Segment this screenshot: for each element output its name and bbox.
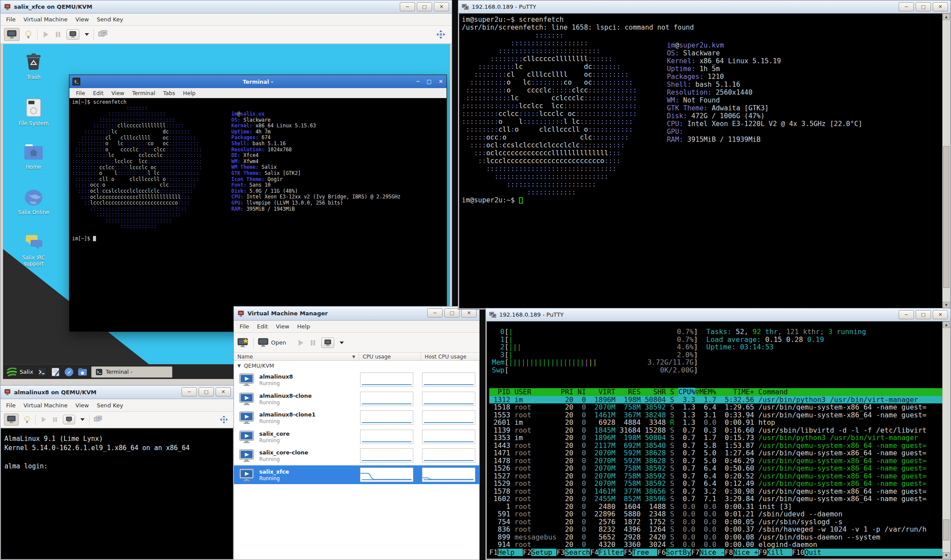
details-lightbulb-button[interactable] <box>24 30 33 39</box>
htop-process-row[interactable]: 591 root 20 0 22896 5880 2348 S 0.0 0.0 … <box>489 510 942 518</box>
desktop-icon-home[interactable]: Home <box>13 143 55 170</box>
window-virtual-machine-manager[interactable]: Virtual Machine Manager ─ □ ✕ File Edit … <box>233 306 480 560</box>
menu-file[interactable]: File <box>236 321 253 331</box>
terminal-titlebar[interactable]: $_ Terminal - ─ □ ✕ <box>69 75 446 88</box>
htop-process-row[interactable]: 1518 root 20 0 2070M 758M 38592 S 1.3 6.… <box>489 403 942 411</box>
shutdown-button[interactable] <box>63 415 75 424</box>
window-almalinux8[interactable]: almalinux8 on QEMU/KVM ─ □ ✕ File Virtua… <box>0 385 234 560</box>
maximize-button[interactable]: □ <box>916 310 931 319</box>
window-putty-screenfetch[interactable]: 192.168.0.189 - PuTTY ─ □ ✕ im@super2u:~… <box>458 0 951 310</box>
desktop-icon-salix-online[interactable]: Salix Online <box>13 189 55 215</box>
menu-view[interactable]: View <box>272 321 293 331</box>
fkey-label[interactable]: Setup <box>531 549 556 557</box>
alma-titlebar[interactable]: almalinux8 on QEMU/KVM ─ □ ✕ <box>0 386 233 399</box>
move-arrows-icon[interactable] <box>436 30 446 39</box>
htop-table-header[interactable]: PID USER PRI NI VIRT RES SHR S CPU%▽MEM%… <box>489 388 942 396</box>
fkey-label[interactable]: Kill <box>767 549 792 557</box>
htop-process-row[interactable]: 754 root 20 0 2576 1872 1752 S 0.0 0.0 0… <box>489 518 942 526</box>
fkey-key[interactable]: F4 <box>590 549 598 557</box>
fkey-key[interactable]: F3 <box>556 549 565 557</box>
menu-send-key[interactable]: Send Key <box>93 400 127 410</box>
scroll-up-icon[interactable]: ▲ <box>943 321 950 328</box>
htop-process-row[interactable]: 1527 root 20 0 2070M 758M 38592 S 0.7 6.… <box>489 472 942 480</box>
menu-help[interactable]: Help <box>293 321 314 331</box>
htop-process-row[interactable]: 1139 root 20 0 1845M 31684 15288 S 0.7 0… <box>489 427 942 434</box>
htop-process-row[interactable]: 899 messagebus 20 0 5652 2928 2420 S 0.0… <box>489 533 942 541</box>
console-view-button[interactable] <box>4 28 20 41</box>
fkey-label[interactable]: Nice + <box>733 549 759 557</box>
window-putty-htop[interactable]: 192.168.0.189 - PuTTY ─ □ ✕ 0[| 0.7%] Ta… <box>485 308 951 560</box>
menu-file[interactable]: File <box>2 400 20 410</box>
pause-button[interactable] <box>309 339 317 347</box>
menu-view[interactable]: View <box>72 400 93 410</box>
vm-group-qemu-kvm[interactable]: ▼ QEMU/KVM <box>234 361 479 370</box>
vm-row-salix_core-clone[interactable]: salix_core-cloneRunning <box>234 446 479 465</box>
fkey-label[interactable]: Quit <box>804 549 942 557</box>
salix-titlebar[interactable]: salix_xfce on QEMU/KVM ─ □ ✕ <box>0 0 452 14</box>
menu-file[interactable]: File <box>2 14 20 24</box>
maximize-button[interactable]: □ <box>916 2 931 11</box>
close-button[interactable]: ✕ <box>933 310 948 319</box>
shutdown-button[interactable] <box>321 338 334 348</box>
menu-view[interactable]: View <box>107 89 128 97</box>
salix-menu-button[interactable]: Salix <box>7 368 33 376</box>
close-button[interactable]: ✕ <box>439 79 443 85</box>
menu-edit[interactable]: Edit <box>253 321 272 331</box>
htop-process-row[interactable]: 1529 root 20 0 2070M 758M 38592 S 0.7 6.… <box>489 480 942 488</box>
launcher-browser-icon[interactable] <box>64 367 74 377</box>
close-button[interactable]: ✕ <box>461 308 477 318</box>
window-terminal[interactable]: $_ Terminal - ─ □ ✕ File Edit View Termi… <box>69 75 447 332</box>
vm-row-almalinux8[interactable]: almalinux8Running <box>234 370 479 389</box>
maximize-button[interactable]: □ <box>417 2 432 11</box>
vm-row-salix_core[interactable]: salix_coreRunning <box>234 427 479 447</box>
maximize-button[interactable]: □ <box>444 308 460 318</box>
column-cpu-usage[interactable]: CPU usage <box>359 353 421 360</box>
shutdown-button[interactable] <box>66 29 79 40</box>
fkey-key[interactable]: F8 <box>724 549 733 557</box>
move-arrows-icon[interactable] <box>220 415 228 424</box>
shutdown-dropdown-caret[interactable] <box>340 341 344 344</box>
scroll-down-icon[interactable]: ▼ <box>943 552 950 559</box>
launcher-terminal-icon[interactable] <box>37 367 47 377</box>
fullscreen-button[interactable] <box>94 416 103 423</box>
htop-process-row[interactable]: 1 root 20 0 2480 1604 1488 S 0.0 0.0 0:0… <box>489 503 942 511</box>
menu-virtual-machine[interactable]: Virtual Machine <box>20 400 72 410</box>
expander-icon[interactable]: ▼ <box>237 363 241 368</box>
fkey-label[interactable]: Tree <box>632 549 658 557</box>
minimize-button[interactable]: ─ <box>899 310 914 319</box>
htop-process-row[interactable]: 914 root 20 0 4320 3360 3024 S 0.0 0.0 0… <box>489 541 942 549</box>
minimize-button[interactable]: ─ <box>899 2 914 11</box>
fullscreen-button[interactable] <box>98 30 108 39</box>
htop-process-row[interactable]: 1553 root 20 0 1461M 367M 38248 S 1.3 3.… <box>489 411 942 419</box>
htop-process-row[interactable]: 1353 im 20 0 1896M 198M 50804 S 0.7 1.7 … <box>489 434 942 442</box>
run-button[interactable] <box>297 339 305 347</box>
fkey-label[interactable]: Nice - <box>700 549 725 557</box>
vmm-titlebar[interactable]: Virtual Machine Manager ─ □ ✕ <box>234 307 479 321</box>
column-host-cpu-usage[interactable]: Host CPU usage <box>421 353 479 360</box>
close-button[interactable]: ✕ <box>933 2 948 11</box>
open-button[interactable]: Open <box>258 338 286 348</box>
scrollbar-thumb[interactable] <box>943 146 949 287</box>
desktop-icon-file-system[interactable]: File System <box>13 98 55 126</box>
vm-row-salix_xfce[interactable]: salix_xfceRunning <box>234 465 479 485</box>
vm-row-almalinux8-clone[interactable]: almalinux8-cloneRunning <box>234 389 479 409</box>
htop-process-row[interactable]: 1478 root 20 0 2070M 592M 38628 S 0.7 5.… <box>489 457 942 465</box>
fkey-key[interactable]: F10 <box>792 549 805 557</box>
console-view-button[interactable] <box>4 413 19 426</box>
menu-terminal[interactable]: Terminal <box>128 89 159 97</box>
launcher-files-icon[interactable] <box>78 367 87 377</box>
menu-virtual-machine[interactable]: Virtual Machine <box>20 14 72 24</box>
fkey-key[interactable]: F7 <box>691 549 699 557</box>
fkey-label[interactable]: Search <box>565 549 590 557</box>
maximize-button[interactable]: □ <box>199 387 214 396</box>
pause-button[interactable] <box>54 31 62 38</box>
desktop-icon-trash[interactable]: Trash <box>13 52 55 80</box>
close-button[interactable]: ✕ <box>434 2 449 11</box>
fkey-label[interactable]: SortBy <box>666 549 691 557</box>
htop-process-row[interactable]: 1312 im 20 0 1896M 198M 50804 S 3.3 1.7 … <box>489 396 942 404</box>
htop-process-row[interactable]: 1602 root 20 0 2455M 852M 38596 S 0.7 7.… <box>489 495 942 503</box>
menu-help[interactable]: Help <box>179 89 199 97</box>
terminal-screen[interactable]: im[~]$ screenfetch ::::::: :::::::::::::… <box>69 98 446 331</box>
putty-titlebar[interactable]: 192.168.0.189 - PuTTY ─ □ ✕ <box>486 308 951 321</box>
fkey-key[interactable]: F6 <box>657 549 666 557</box>
